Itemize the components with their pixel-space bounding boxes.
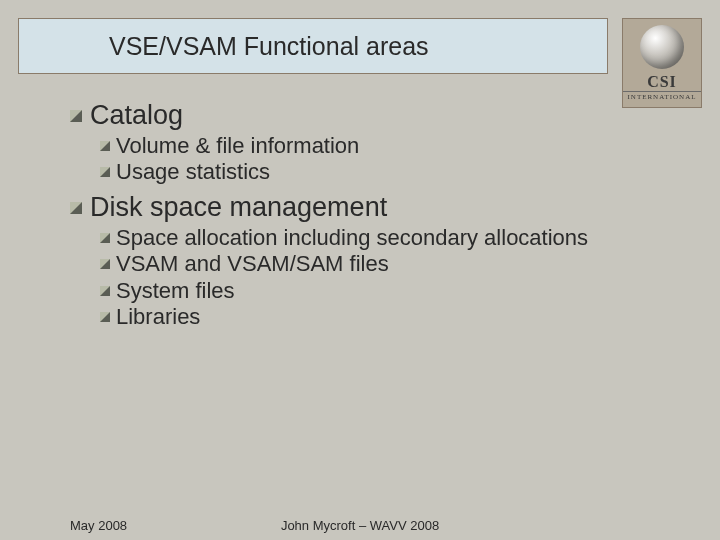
list-item: Volume & file information <box>100 133 670 159</box>
bullet-icon <box>70 202 82 214</box>
slide-body: Catalog Volume & file information Usage … <box>70 100 670 330</box>
slide-title: VSE/VSAM Functional areas <box>109 32 429 61</box>
section-heading: Disk space management <box>70 192 670 223</box>
list-item: Usage statistics <box>100 159 670 185</box>
bullet-icon <box>100 233 110 243</box>
bullet-icon <box>100 167 110 177</box>
heading-text: Disk space management <box>90 192 387 223</box>
list-item: VSAM and VSAM/SAM files <box>100 251 670 277</box>
section-heading: Catalog <box>70 100 670 131</box>
globe-icon <box>640 25 684 69</box>
bullet-icon <box>100 259 110 269</box>
heading-text: Catalog <box>90 100 183 131</box>
bullet-icon <box>100 141 110 151</box>
item-text: Usage statistics <box>116 159 270 185</box>
item-text: Space allocation including secondary all… <box>116 225 588 251</box>
list-item: System files <box>100 278 670 304</box>
bullet-icon <box>100 312 110 322</box>
item-text: VSAM and VSAM/SAM files <box>116 251 389 277</box>
item-text: System files <box>116 278 235 304</box>
list-item: Space allocation including secondary all… <box>100 225 670 251</box>
csi-logo: CSI INTERNATIONAL <box>622 18 702 108</box>
item-text: Volume & file information <box>116 133 359 159</box>
bullet-icon <box>70 110 82 122</box>
slide-title-bar: VSE/VSAM Functional areas <box>18 18 608 74</box>
list-item: Libraries <box>100 304 670 330</box>
footer-author: John Mycroft – WAVV 2008 <box>0 518 720 533</box>
bullet-icon <box>100 286 110 296</box>
item-text: Libraries <box>116 304 200 330</box>
logo-text-main: CSI <box>647 73 677 91</box>
